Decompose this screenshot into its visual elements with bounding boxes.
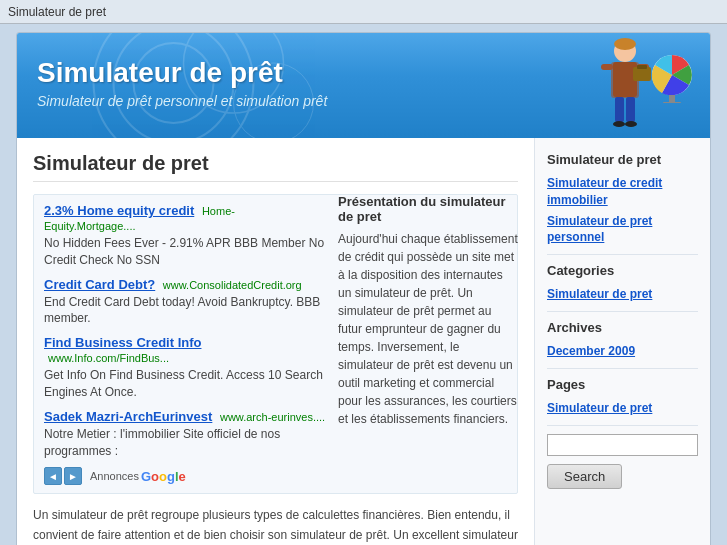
sidebar-link-credit-immobilier[interactable]: Simulateur de credit immobilier [547, 175, 698, 209]
svg-rect-18 [669, 95, 675, 103]
browser-tab-bar: Simulateur de pret [0, 0, 727, 24]
tab-title: Simulateur de pret [8, 5, 106, 19]
ad-link-2[interactable]: Credit Card Debt? [44, 277, 155, 292]
ad-link-1[interactable]: 2.3% Home equity credit [44, 203, 194, 218]
ad-source-2: www.ConsolidatedCredit.org [163, 279, 302, 291]
ad-source-4: www.arch-eurinves.... [220, 411, 325, 423]
page-heading: Simulateur de pret [33, 152, 518, 182]
sidebar-pages-title: Pages [547, 377, 698, 392]
google-logo: Google [141, 469, 186, 484]
nav-prev-button[interactable]: ◄ [44, 467, 62, 485]
presentation-column: Présentation du simulateur de pret Aujou… [338, 194, 518, 428]
sidebar-divider-2 [547, 311, 698, 312]
sidebar-main-title: Simulateur de pret [547, 152, 698, 167]
svg-rect-19 [663, 102, 681, 103]
svg-rect-9 [601, 64, 613, 70]
presentation-text: Aujourd'hui chaque établissement de créd… [338, 230, 518, 428]
sidebar-divider-4 [547, 425, 698, 426]
sidebar-link-pages-pret[interactable]: Simulateur de pret [547, 400, 698, 417]
sidebar-link-category-pret[interactable]: Simulateur de pret [547, 286, 698, 303]
header-chart-image [645, 48, 700, 106]
svg-rect-13 [615, 97, 624, 122]
ad-navigation: ◄ ► Annonces Google [44, 467, 507, 485]
svg-rect-14 [626, 97, 635, 122]
ad-description-4: Notre Metier : l'immobilier Site officie… [44, 426, 507, 460]
search-button[interactable]: Search [547, 464, 622, 489]
sidebar-archives-title: Archives [547, 320, 698, 335]
annonces-label: Annonces [90, 470, 139, 482]
sidebar-link-pret-personnel[interactable]: Simulateur de pret personnel [547, 213, 698, 247]
sidebar-divider-1 [547, 254, 698, 255]
nav-next-button[interactable]: ► [64, 467, 82, 485]
sidebar: Simulateur de pret Simulateur de credit … [535, 138, 710, 545]
ad-link-4[interactable]: Sadek Mazri-ArchEurinvest [44, 409, 212, 424]
sidebar-divider-3 [547, 368, 698, 369]
svg-point-16 [625, 121, 637, 127]
ad-link-3[interactable]: Find Business Credit Info [44, 335, 201, 350]
content-area: Simulateur de pret Présentation du simul… [17, 138, 710, 545]
svg-point-6 [614, 38, 636, 50]
ad-source-3: www.Info.com/FindBus... [48, 352, 169, 364]
sidebar-categories-title: Categories [547, 263, 698, 278]
main-content: Simulateur de pret Présentation du simul… [17, 138, 535, 545]
body-text: Un simulateur de prêt regroupe plusieurs… [33, 506, 518, 545]
svg-point-15 [613, 121, 625, 127]
sidebar-link-archive-dec[interactable]: December 2009 [547, 343, 698, 360]
site-header: Simulateur de prêt Simulateur de prêt pe… [17, 33, 710, 138]
search-input[interactable] [547, 434, 698, 456]
presentation-title: Présentation du simulateur de pret [338, 194, 518, 224]
